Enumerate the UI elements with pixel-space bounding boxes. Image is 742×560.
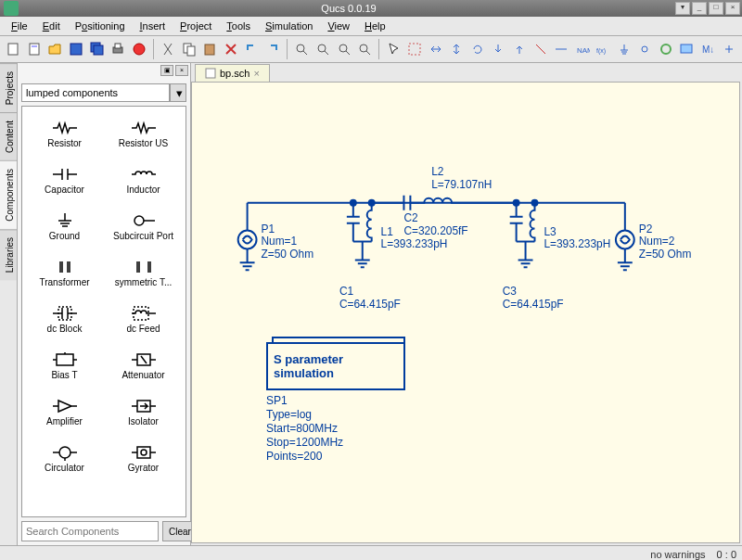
panel-undock-button[interactable]: ▣ — [160, 65, 173, 76]
svg-point-12 — [297, 45, 304, 52]
redo-button[interactable] — [263, 39, 283, 59]
search-input[interactable] — [21, 521, 159, 541]
svg-point-18 — [360, 45, 367, 52]
svg-rect-10 — [187, 46, 195, 56]
tab-libraries[interactable]: Libraries — [0, 229, 17, 280]
side-tabs: Projects Content Components Libraries — [0, 63, 18, 545]
category-combo[interactable] — [21, 83, 170, 102]
new-text-button[interactable] — [25, 39, 45, 59]
tab-components[interactable]: Components — [0, 160, 17, 229]
menu-simulation[interactable]: Simulation — [258, 19, 320, 33]
zoom-fit-button[interactable] — [334, 39, 353, 59]
new-button[interactable] — [4, 39, 23, 59]
palette-capacitor[interactable]: Capacitor — [26, 157, 103, 201]
svg-point-56 — [532, 200, 538, 206]
pop-button[interactable] — [510, 39, 530, 59]
palette-resistor-us[interactable]: Resistor US — [105, 110, 182, 155]
mirror-v-button[interactable] — [447, 39, 467, 59]
palette-dc-block[interactable]: dc Block — [26, 296, 103, 340]
schematic-canvas[interactable]: P1 Num=1 Z=50 Ohm P2 Num=2 Z=50 Ohm L1 — [191, 82, 740, 543]
select-button[interactable] — [384, 39, 403, 59]
grid-button[interactable] — [405, 39, 425, 59]
zoom-in-button[interactable] — [292, 39, 312, 59]
status-coordinates: 0 : 0 — [717, 549, 736, 560]
menu-view[interactable]: View — [320, 19, 357, 33]
svg-line-15 — [325, 51, 328, 55]
close-button[interactable]: × — [725, 2, 740, 15]
palette-isolator[interactable]: Isolator — [105, 388, 182, 433]
zoom-out-button[interactable] — [313, 39, 333, 59]
svg-text:C3: C3 — [503, 285, 518, 298]
save-all-button[interactable] — [87, 39, 107, 59]
svg-point-16 — [339, 45, 347, 52]
svg-text:f(x): f(x) — [596, 47, 606, 55]
palette-subcircuit-port[interactable]: Subcircuit Port — [105, 203, 182, 248]
components-panel: ▣ × ▾ Resistor Resistor US Capacitor Ind… — [18, 63, 191, 545]
menu-help[interactable]: Help — [357, 19, 393, 33]
category-dropdown-button[interactable]: ▾ — [170, 83, 186, 102]
menu-tools[interactable]: Tools — [219, 19, 258, 33]
sim-button[interactable] — [657, 39, 676, 59]
palette-bias-t[interactable]: Bias T — [26, 342, 103, 387]
panel-close-button[interactable]: × — [175, 65, 188, 76]
palette-circulator[interactable]: Circulator — [26, 435, 103, 479]
svg-text:C=64.415pF: C=64.415pF — [339, 298, 401, 311]
palette-attenuator[interactable]: Attenuator — [105, 342, 182, 387]
menu-edit[interactable]: Edit — [35, 19, 68, 33]
tune-button[interactable] — [719, 39, 738, 59]
title-bar: Qucs 0.0.19 ▾ _ □ × — [0, 0, 742, 17]
label-button[interactable]: NAME — [572, 39, 592, 59]
minimize2-button[interactable]: _ — [692, 2, 707, 15]
port-button[interactable] — [635, 39, 655, 59]
svg-point-23 — [642, 46, 647, 52]
svg-text:L3: L3 — [544, 225, 556, 238]
palette-transformer[interactable]: Transformer — [26, 249, 103, 294]
open-button[interactable] — [45, 39, 65, 59]
menu-insert[interactable]: Insert — [133, 19, 173, 33]
push-button[interactable] — [489, 39, 508, 59]
minimize-button[interactable]: ▾ — [675, 2, 690, 15]
deactivate-button[interactable] — [531, 39, 550, 59]
menu-project[interactable]: Project — [173, 19, 219, 33]
stop-button[interactable] — [129, 39, 148, 59]
save-button[interactable] — [67, 39, 86, 59]
tab-projects[interactable]: Projects — [0, 63, 17, 112]
print-button[interactable] — [109, 39, 128, 59]
zoom-1-button[interactable] — [355, 39, 375, 59]
copy-button[interactable] — [179, 39, 198, 59]
close-tab-button[interactable]: × — [253, 68, 259, 79]
palette-dc-feed[interactable]: dc Feed — [105, 296, 182, 340]
svg-rect-0 — [8, 44, 18, 55]
undo-button[interactable] — [242, 39, 262, 59]
view-button[interactable] — [677, 39, 697, 59]
palette-symmetric-transformer[interactable]: symmetric T... — [105, 249, 182, 294]
file-icon — [205, 68, 216, 79]
svg-text:P2: P2 — [639, 223, 653, 235]
gnd-button[interactable] — [615, 39, 634, 59]
palette-gyrator[interactable]: Gyrator — [105, 435, 182, 479]
menu-file[interactable]: File — [4, 19, 35, 33]
maximize-button[interactable]: □ — [709, 2, 723, 15]
svg-text:Z=50 Ohm: Z=50 Ohm — [639, 248, 692, 261]
palette-amplifier[interactable]: Amplifier — [26, 388, 103, 433]
simulation-block[interactable]: S parameter simulation — [266, 342, 405, 390]
svg-point-41 — [616, 231, 634, 249]
svg-text:Num=1: Num=1 — [261, 235, 297, 248]
menu-positioning[interactable]: Positioning — [68, 19, 133, 33]
paste-button[interactable] — [200, 39, 220, 59]
eqn-button[interactable]: f(x) — [594, 39, 613, 59]
wire-button[interactable] — [552, 39, 571, 59]
svg-text:P1: P1 — [261, 223, 275, 235]
svg-point-37 — [238, 231, 257, 249]
palette-ground[interactable]: Ground — [26, 203, 103, 248]
tab-content[interactable]: Content — [0, 112, 17, 160]
rotate-button[interactable] — [468, 39, 488, 59]
mirror-h-button[interactable] — [426, 39, 445, 59]
marker-button[interactable]: M↓ — [698, 39, 718, 59]
cut-button[interactable] — [159, 39, 178, 59]
palette-resistor[interactable]: Resistor — [26, 110, 103, 155]
palette-inductor[interactable]: Inductor — [105, 157, 182, 201]
delete-button[interactable] — [222, 39, 241, 59]
svg-text:L2: L2 — [431, 165, 444, 178]
file-tab[interactable]: bp.sch × — [195, 64, 270, 82]
